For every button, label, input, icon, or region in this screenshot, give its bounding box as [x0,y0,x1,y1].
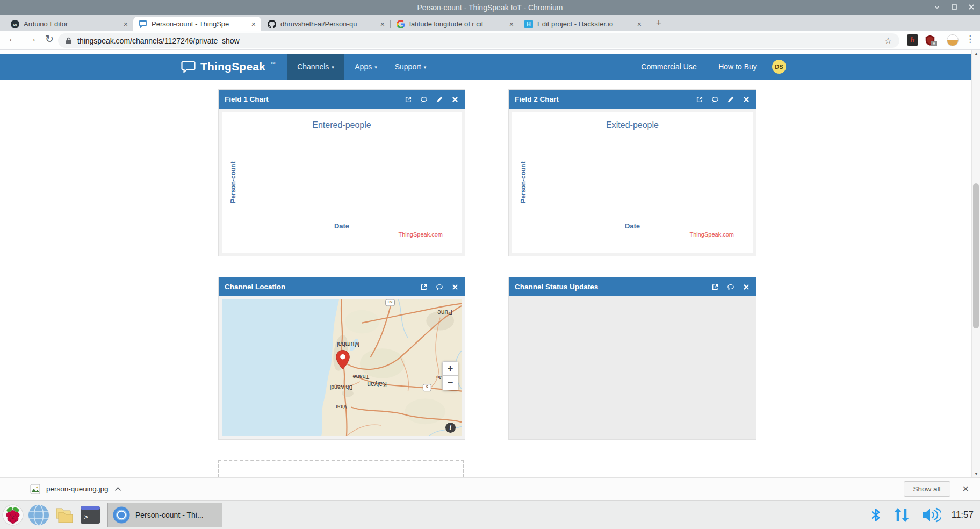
close-panel-icon[interactable] [743,283,750,291]
comment-icon[interactable] [436,283,443,291]
taskbar-window-button[interactable]: Person-count - Thi... [107,503,222,527]
field1-chart[interactable]: Entered-people Person-count Date ThingSp… [222,112,462,253]
field2-panel-header: Field 2 Chart [509,90,756,109]
download-filename[interactable]: person-queuing.jpg [46,485,109,493]
minimize-icon[interactable] [934,3,940,12]
comment-icon[interactable] [711,96,719,103]
chart-watermark: ThingSpeak.com [689,231,734,238]
chart-x-axis [241,218,443,218]
new-tab-button[interactable]: + [651,17,666,31]
edit-pencil-icon[interactable] [436,96,443,103]
nav-support-label: Support [395,62,421,71]
google-icon [397,20,405,28]
svg-text:Bhiwandi: Bhiwandi [330,384,352,390]
show-all-button[interactable]: Show all [904,481,950,497]
chevron-up-icon[interactable] [114,487,121,491]
thingspeak-navbar: ThingSpeak ™ Channels ▾ Apps ▾ Support ▾… [0,54,971,80]
back-button[interactable]: ← [8,33,18,45]
close-panel-icon[interactable] [743,96,750,103]
tab-separator [518,20,518,28]
nav-support[interactable]: Support ▾ [388,54,433,80]
close-icon[interactable] [968,3,975,12]
external-link-icon[interactable] [711,283,719,291]
bookmark-star-icon[interactable]: ☆ [884,35,892,46]
tab-close-icon[interactable]: × [637,20,642,28]
close-panel-icon[interactable] [451,283,459,291]
chart-y-label: Person-count [229,161,237,203]
url-text[interactable]: thingspeak.com/channels/1127246/private_… [77,37,240,45]
comment-icon[interactable] [727,283,734,291]
panel-title: Field 1 Chart [225,95,269,103]
nav-apps[interactable]: Apps ▾ [349,54,383,80]
scrollbar-down-icon[interactable]: ▼ [972,472,980,476]
nav-channels[interactable]: Channels ▾ [287,54,344,80]
tab-close-icon[interactable]: × [380,20,385,28]
tab-close-icon[interactable]: × [124,20,128,28]
tab-google-search[interactable]: latitude longitude of r cit × [391,17,519,31]
channel-location-map[interactable]: 60 5 Pune Mumbai Thane Kalyan Bhiwandi V… [222,299,462,436]
browser-menu-icon[interactable]: ⋮ [965,33,975,45]
extension-circle-icon[interactable] [947,34,959,46]
nav-how-to-buy[interactable]: How to Buy [715,54,761,80]
map-terrain [345,310,379,334]
tab-hackster[interactable]: H Edit project - Hackster.io × [519,17,647,31]
bluetooth-icon[interactable] [870,507,882,523]
thingspeak-brand[interactable]: ThingSpeak ™ [181,54,276,80]
svg-text:60: 60 [388,299,392,304]
download-item[interactable]: person-queuing.jpg [30,484,121,494]
channel-status-panel: Channel Status Updates [508,277,756,440]
chart-x-axis [531,218,734,218]
edit-pencil-icon[interactable] [727,96,734,103]
svg-text:∞: ∞ [13,21,17,27]
network-traffic-icon[interactable] [892,506,911,524]
location-panel-body: 60 5 Pune Mumbai Thane Kalyan Bhiwandi V… [219,296,465,439]
comment-icon[interactable] [420,96,428,103]
volume-icon[interactable] [921,507,941,523]
window-titlebar: Person-count - ThingSpeak IoT - Chromium [0,0,980,15]
svg-text:Mumbai: Mumbai [337,340,359,348]
tab-arduino-editor[interactable]: ∞ Arduino Editor × [5,17,133,31]
tab-close-icon[interactable]: × [251,20,256,28]
toolbar-separator [942,35,942,46]
window-title: Person-count - ThingSpeak IoT - Chromium [417,3,563,12]
map-zoom-out-button[interactable]: − [442,376,458,390]
tab-thingspeak[interactable]: Person-count - ThingSpe × [133,17,261,31]
forward-button[interactable]: → [27,33,37,45]
maximize-icon[interactable] [951,3,957,12]
taskbar-clock[interactable]: 11:57 [952,510,974,520]
address-bar[interactable]: thingspeak.com/channels/1127246/private_… [58,33,899,48]
browser-toolbar: ← → ↻ thingspeak.com/channels/1127246/pr… [0,31,980,50]
external-link-icon[interactable] [696,96,703,103]
web-browser-launcher[interactable] [26,502,52,528]
map-zoom-in-button[interactable]: + [442,361,458,376]
external-link-icon[interactable] [420,283,428,291]
tab-strip: ∞ Arduino Editor × Person-count - ThingS… [0,15,980,31]
scrollbar-up-icon[interactable]: ▲ [972,52,980,55]
user-avatar[interactable]: DS [772,60,786,74]
tab-github[interactable]: dhruvsheth-ai/Person-qu × [262,17,390,31]
external-link-icon[interactable] [405,96,412,103]
nav-commercial-use[interactable]: Commercial Use [637,54,701,80]
file-manager-launcher[interactable] [52,502,77,528]
caret-down-icon: ▾ [374,65,377,70]
extension-hackster-icon[interactable]: h [907,34,918,46]
chart-title: Exited-people [512,120,753,130]
terminal-launcher[interactable]: >_ [77,502,103,528]
map-info-button[interactable]: i [445,423,456,433]
field2-chart[interactable]: Exited-people Person-count Date ThingSpe… [512,112,753,253]
close-panel-icon[interactable] [451,96,459,103]
raspberry-menu-button[interactable] [0,502,26,528]
chart-x-label: Date [222,222,462,230]
reload-button[interactable]: ↻ [45,33,54,45]
nav-how-to-buy-label: How to Buy [718,62,757,71]
status-panel-body [509,296,756,439]
tab-label: Edit project - Hackster.io [537,20,633,28]
desktop-screen: Person-count - ThingSpeak IoT - Chromium… [0,0,980,529]
page-scrollbar[interactable]: ▲ ▼ [971,50,980,477]
tab-close-icon[interactable]: × [509,20,514,28]
chromium-icon [112,506,131,524]
scrollbar-thumb[interactable] [973,183,979,328]
brand-name: ThingSpeak [200,60,265,73]
field1-panel-header: Field 1 Chart [219,90,465,109]
download-bar-close-icon[interactable]: ✕ [962,484,969,494]
